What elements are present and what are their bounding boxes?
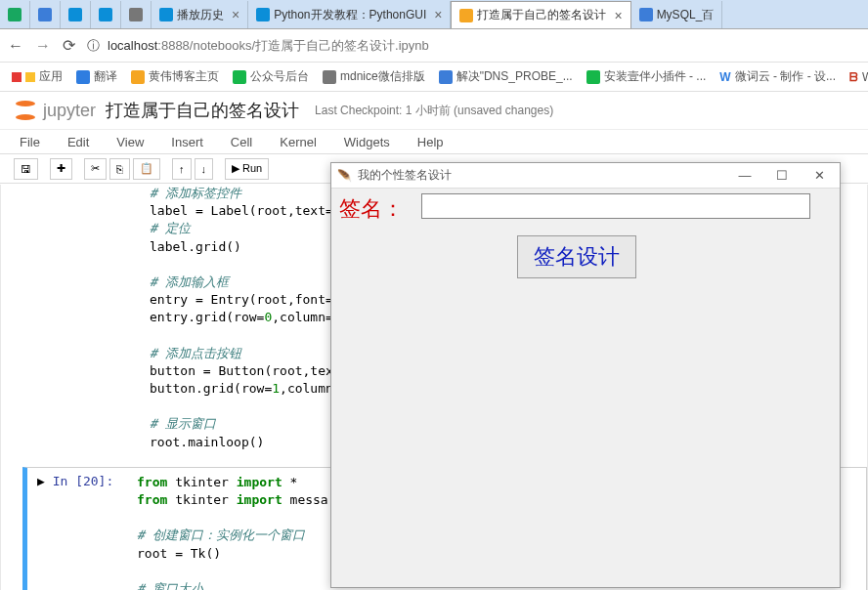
run-button[interactable]: ▶ Run <box>225 158 269 180</box>
url-port: :8888 <box>157 38 190 53</box>
bookmark-item[interactable]: 公众号后台 <box>233 68 309 85</box>
notebook-title[interactable]: 打造属于自己的签名设计 <box>106 99 299 122</box>
close-icon[interactable]: × <box>232 7 239 22</box>
close-icon[interactable]: × <box>614 8 622 23</box>
info-icon[interactable]: ⓘ <box>87 37 100 55</box>
browser-tab[interactable] <box>30 1 61 28</box>
browser-tab[interactable]: 播放历史× <box>152 1 248 28</box>
url-path: /notebooks/打造属于自己的签名设计.ipynb <box>190 38 429 53</box>
menu-bar: File Edit View Insert Cell Kernel Widget… <box>0 129 868 154</box>
copy-button[interactable]: ⎘ <box>109 158 130 180</box>
bookmark-item[interactable]: mdnice微信排版 <box>323 68 425 85</box>
tab-label: 打造属于自己的签名设计 <box>477 7 606 23</box>
add-cell-button[interactable]: ✚ <box>50 158 72 180</box>
bookmark-item[interactable]: 黄伟博客主页 <box>131 68 219 85</box>
tab-label: 播放历史 <box>177 7 224 23</box>
tk-window-title: 我的个性签名设计 <box>358 167 452 184</box>
bookmark-item[interactable]: W微词云 - 制作 - 设... <box>719 68 836 85</box>
menu-kernel[interactable]: Kernel <box>280 135 317 149</box>
tab-label: MySQL_百 <box>657 7 715 23</box>
browser-tab-active[interactable]: 打造属于自己的签名设计× <box>451 1 630 28</box>
browser-tab[interactable] <box>121 1 152 28</box>
browser-tab[interactable] <box>61 1 91 28</box>
jupyter-word: jupyter <box>43 101 96 121</box>
close-button[interactable]: ✕ <box>801 163 838 188</box>
feather-icon: 🪶 <box>337 169 352 183</box>
bookmarks-bar: 应用 翻译 黄伟博客主页 公众号后台 mdnice微信排版 解决"DNS_PRO… <box>0 63 868 92</box>
menu-edit[interactable]: Edit <box>67 135 89 149</box>
browser-tab-strip: 播放历史× Python开发教程：PythonGUI× 打造属于自己的签名设计×… <box>0 0 868 29</box>
menu-view[interactable]: View <box>116 135 144 149</box>
apps-button[interactable]: 应用 <box>12 68 63 85</box>
menu-cell[interactable]: Cell <box>231 135 252 149</box>
jupyter-logo[interactable]: jupyter <box>14 99 96 122</box>
bookmark-item[interactable]: 安装壹伴小插件 - ... <box>586 68 707 85</box>
cut-button[interactable]: ✂ <box>84 158 107 180</box>
jupyter-header: jupyter 打造属于自己的签名设计 Last Checkpoint: 1 小… <box>0 92 868 129</box>
menu-widgets[interactable]: Widgets <box>344 135 390 149</box>
menu-help[interactable]: Help <box>417 135 444 149</box>
browser-tab[interactable]: Python开发教程：PythonGUI× <box>248 1 451 28</box>
signature-design-button[interactable]: 签名设计 <box>517 235 636 278</box>
menu-file[interactable]: File <box>20 135 40 149</box>
browser-tab[interactable] <box>0 1 30 28</box>
url-bar[interactable]: ⓘ localhost:8888/notebooks/打造属于自己的签名设计.i… <box>87 37 860 55</box>
signature-label: 签名： <box>339 194 404 224</box>
tk-titlebar[interactable]: 🪶 我的个性签名设计 — ☐ ✕ <box>331 163 840 189</box>
jupyter-logo-icon <box>14 99 37 122</box>
bookmark-item[interactable]: 解决"DNS_PROBE_... <box>439 68 573 85</box>
browser-tab[interactable]: MySQL_百 <box>631 1 723 28</box>
checkpoint-info: Last Checkpoint: 1 小时前 (unsaved changes) <box>315 103 553 119</box>
minimize-button[interactable]: — <box>726 163 763 188</box>
tkinter-window[interactable]: 🪶 我的个性签名设计 — ☐ ✕ 签名： 签名设计 <box>330 162 841 588</box>
menu-insert[interactable]: Insert <box>171 135 203 149</box>
bookmark-item[interactable]: 翻译 <box>76 68 117 85</box>
back-button[interactable]: ← <box>8 37 23 55</box>
reload-button[interactable]: ⟳ <box>63 36 75 55</box>
browser-tab[interactable] <box>91 1 121 28</box>
maximize-button[interactable]: ☐ <box>763 163 801 188</box>
move-down-button[interactable]: ↓ <box>195 158 214 180</box>
forward-button[interactable]: → <box>35 37 51 55</box>
address-bar-row: ← → ⟳ ⓘ localhost:8888/notebooks/打造属于自己的… <box>0 29 868 63</box>
tk-body: 签名： 签名设计 <box>331 189 840 587</box>
cell-prompt: ▶ In [20]: <box>37 474 113 488</box>
move-up-button[interactable]: ↑ <box>172 158 192 180</box>
close-icon[interactable]: × <box>434 7 442 22</box>
signature-input[interactable] <box>421 193 810 219</box>
tab-label: Python开发教程：PythonGUI <box>274 7 426 23</box>
url-host: localhost <box>108 38 157 53</box>
bookmark-item[interactable]: ᗷWind <box>849 70 868 84</box>
save-button[interactable]: 🖫 <box>14 158 38 180</box>
paste-button[interactable]: 📋 <box>133 158 160 180</box>
